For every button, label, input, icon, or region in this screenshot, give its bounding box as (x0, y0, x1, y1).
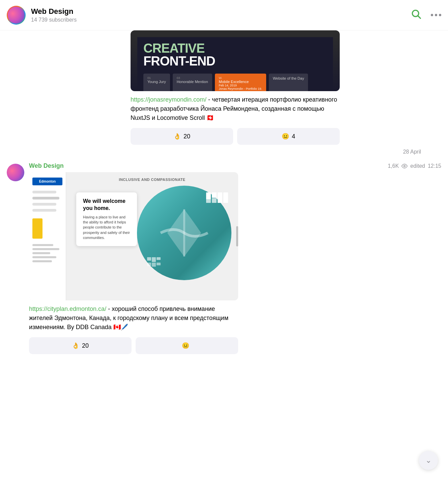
welcome-title: We will welcome you home. (83, 198, 130, 212)
channel-subtitle: 14 739 subscribers (31, 17, 411, 23)
channel-header: Web Design 14 739 subscribers (0, 0, 448, 30)
ok-count-2: 20 (82, 342, 89, 349)
header-actions (411, 8, 441, 22)
edmonton-logo: Edmonton (32, 178, 62, 185)
frontend-text: FRONT-END (143, 55, 327, 68)
edmonton-sidebar: Edmonton (29, 172, 66, 300)
reaction-neutral-button[interactable]: 😐 4 (237, 128, 340, 145)
content-area: CREATIVE FRONT-END 01 Young Jury 03 Hono… (0, 30, 448, 357)
scroll-indicator (236, 226, 238, 246)
creative-text: CREATIVE (143, 42, 204, 55)
grey-line-5 (32, 260, 52, 262)
grey-line-1 (32, 244, 53, 246)
award-honorable: 03 Honorable Mention (173, 74, 212, 91)
circle-map (137, 186, 231, 280)
first-post-text: https://jonasreymondin.com/ - четвертая … (131, 95, 340, 123)
view-count: 1,6K (388, 163, 399, 169)
welcome-card: We will welcome you home. Having a place… (76, 192, 137, 246)
edmonton-nav (32, 191, 62, 212)
award-website: Website of the Day (269, 74, 308, 91)
ok-emoji-2: 👌 (72, 342, 79, 349)
nav-line-4 (32, 209, 56, 212)
ok-count: 20 (184, 133, 190, 140)
circle-map-container (137, 186, 231, 280)
second-post: Web Design 1,6K edited 12:15 Edmonton (0, 159, 448, 357)
edmonton-main-content: INCLUSIVE AND COMPASSIONATE We will welc… (66, 172, 238, 300)
award-mobile: W. Mobile Excellence Feb 14, 2019 Jonas … (215, 74, 266, 91)
channel-title: Web Design (31, 7, 411, 16)
edmonton-image-card: Edmonton (29, 172, 238, 300)
channel-info: Web Design 14 739 subscribers (31, 7, 411, 23)
yellow-accent-block (32, 218, 43, 239)
message-header: Web Design 1,6K edited 12:15 (29, 162, 441, 169)
first-post-reactions: 👌 20 😐 4 (131, 128, 340, 145)
svg-point-2 (404, 165, 405, 167)
sender-name: Web Design (29, 162, 64, 169)
grey-line-4 (32, 256, 56, 258)
nav-line-3 (32, 203, 56, 206)
welcome-body: Having a place to live and the ability t… (83, 215, 130, 241)
second-post-text: https://cityplan.edmonton.ca/ - хороший … (29, 304, 238, 332)
second-post-link[interactable]: https://cityplan.edmonton.ca/ (29, 305, 106, 312)
neutral-emoji-2: 😐 (182, 342, 189, 349)
grey-line-2 (32, 248, 59, 250)
message-body: Web Design 1,6K edited 12:15 Edmonton (29, 162, 441, 354)
grey-line-3 (32, 252, 50, 254)
edited-label: edited (410, 163, 425, 169)
first-post-link[interactable]: https://jonasreymondin.com/ (131, 96, 206, 103)
neutral-emoji: 😐 (282, 133, 289, 140)
ok-emoji: 👌 (173, 133, 181, 140)
reaction-ok-button-2[interactable]: 👌 20 (29, 337, 132, 354)
more-options-icon[interactable] (431, 14, 441, 16)
reaction-neutral-button-2[interactable]: 😐 (136, 337, 238, 354)
eye-icon (401, 163, 408, 169)
neutral-count: 4 (292, 133, 295, 140)
inclusive-label: INCLUSIVE AND COMPASSIONATE (119, 178, 185, 182)
nav-line-1 (32, 191, 56, 193)
award-young-jury: 01 Young Jury (143, 74, 170, 91)
grey-lines-group (32, 244, 62, 262)
nav-line-2 (32, 197, 59, 199)
sender-avatar (7, 164, 24, 181)
svg-line-1 (418, 16, 420, 18)
scroll-down-button[interactable]: ⌄ (419, 451, 438, 470)
message-meta: 1,6K edited 12:15 (388, 163, 441, 169)
small-buildings (147, 257, 161, 267)
chevron-down-icon: ⌄ (425, 456, 431, 465)
avatar (7, 6, 26, 25)
reaction-ok-button[interactable]: 👌 20 (131, 128, 233, 145)
search-icon[interactable] (411, 8, 421, 22)
creative-frontend-image: CREATIVE FRONT-END 01 Young Jury 03 Hono… (131, 30, 340, 91)
first-post-image-section: CREATIVE FRONT-END 01 Young Jury 03 Hono… (0, 30, 448, 145)
second-post-reactions: 👌 20 😐 (29, 337, 238, 354)
date-separator: 28 April (0, 145, 428, 159)
message-time: 12:15 (428, 163, 441, 169)
